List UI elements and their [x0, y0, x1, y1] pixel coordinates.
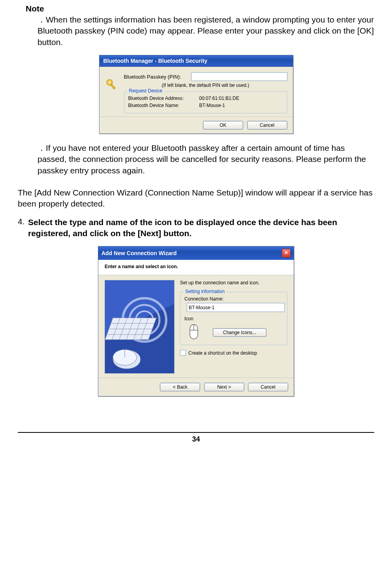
dialog-subheader: Enter a name and select an icon. [98, 260, 294, 275]
bluetooth-security-dialog: Bluetooth Manager - Bluetooth Security B… [99, 55, 293, 134]
device-name-value: BT-Mouse-1 [199, 103, 225, 108]
request-device-group: Request Device Bluetooth Device Address:… [124, 91, 287, 113]
key-icon [105, 72, 124, 113]
shortcut-label: Create a shortcut on the desktop [188, 350, 257, 356]
icon-label: Icon [184, 316, 283, 321]
add-connection-wizard-dialog: Add New Connection Wizard ✕ Enter a name… [98, 246, 294, 396]
passkey-hint: (If left blank, the default PIN will be … [124, 83, 287, 88]
device-address-label: Bluetooth Device Address: [128, 96, 199, 101]
device-address-value: 00:07:61:01:B1:DE [199, 96, 239, 101]
cancel-button[interactable]: Cancel [247, 121, 287, 130]
dialog-title: Add New Connection Wizard [101, 250, 176, 256]
shortcut-checkbox[interactable] [180, 350, 186, 356]
main-paragraph: The [Add New Connection Wizard (Connecti… [18, 187, 374, 210]
passkey-input[interactable] [191, 72, 287, 81]
footer-divider [18, 432, 374, 433]
change-icons-button[interactable]: Change Icons... [213, 328, 266, 337]
ok-button[interactable]: OK [203, 121, 243, 130]
group-legend: Setting information [184, 289, 226, 294]
note-item-1: ．When the settings information has been … [38, 14, 374, 48]
group-legend: Request Device [128, 88, 164, 94]
step-number: 4. [18, 217, 28, 239]
back-button[interactable]: < Back [160, 383, 200, 391]
passkey-label: Bluetooth Passkey (PIN): [124, 74, 191, 80]
step-text: Select the type and name of the icon to … [28, 217, 374, 239]
close-icon[interactable]: ✕ [282, 249, 291, 257]
setting-info-group: Setting information Connection Name: Ico… [180, 292, 287, 345]
note-heading: Note [26, 4, 374, 13]
mouse-icon [187, 324, 210, 341]
device-name-label: Bluetooth Device Name: [128, 103, 199, 108]
wizard-instruction: Set up the connection name and icon. [180, 280, 287, 286]
dialog-title: Bluetooth Manager - Bluetooth Security [99, 55, 293, 67]
connection-name-label: Connection Name: [184, 296, 283, 302]
cancel-button[interactable]: Cancel [248, 383, 288, 391]
note-item-2: ．If you have not entered your Bluetooth … [38, 143, 374, 176]
svg-point-1 [108, 81, 111, 84]
wizard-image [105, 280, 174, 374]
connection-name-input[interactable] [187, 303, 285, 312]
next-button[interactable]: Next > [204, 383, 244, 391]
page-number: 34 [0, 435, 392, 451]
